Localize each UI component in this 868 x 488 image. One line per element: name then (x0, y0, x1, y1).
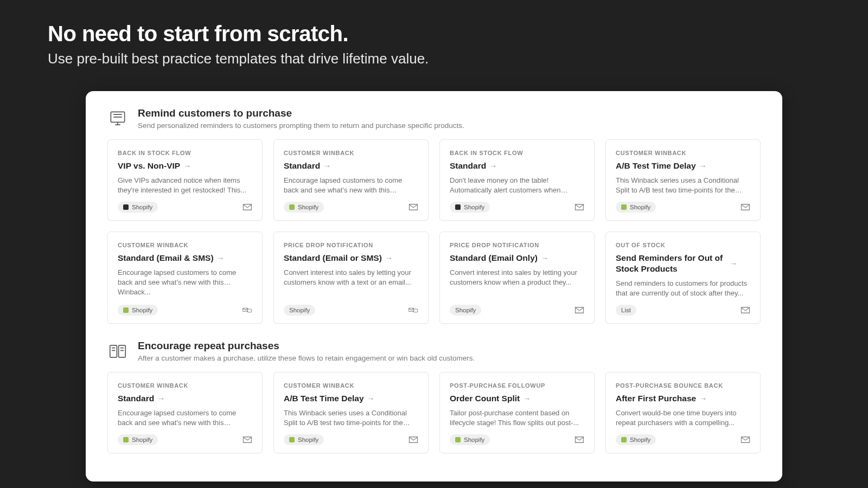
pill-label: Shopify (630, 204, 650, 210)
card-eyebrow: CUSTOMER WINBACK (284, 150, 418, 156)
card-title: Standard (Email Only) (450, 253, 538, 264)
channel-email-icon (409, 203, 418, 211)
card-eyebrow: BACK IN STOCK FLOW (450, 150, 584, 156)
svg-rect-6 (119, 345, 126, 357)
hero-title: No need to start from scratch. (48, 22, 820, 46)
template-card[interactable]: BACK IN STOCK FLOW VIP vs. Non-VIP → Giv… (107, 139, 263, 221)
arrow-right-icon: → (367, 395, 375, 402)
integration-pill: Shopify (450, 434, 490, 445)
svg-rect-3 (409, 308, 414, 311)
card-title: Standard (284, 160, 320, 171)
template-card[interactable]: PRICE DROP NOTIFICATION Standard (Email … (439, 232, 595, 324)
card-title: After First Purchase (616, 393, 696, 404)
card-desc: This Winback series uses a Conditional S… (284, 408, 418, 428)
integration-pill: List (616, 305, 636, 316)
shopify-green-icon (289, 204, 295, 210)
card-title: A/B Test Time Delay (616, 160, 696, 171)
arrow-right-icon: → (699, 395, 707, 402)
arrow-right-icon: → (730, 260, 737, 267)
channel-email-icon (242, 436, 252, 444)
arrow-right-icon: → (217, 254, 225, 262)
section-header-remind: Remind customers to purchase Send person… (86, 104, 782, 139)
integration-pill: Shopify (118, 305, 158, 316)
pill-label: Shopify (132, 307, 152, 313)
card-desc: Give VIPs advanced notice when items the… (118, 176, 252, 195)
section-title: Remind customers to purchase (138, 107, 464, 119)
svg-rect-4 (413, 309, 418, 312)
shopify-green-icon (621, 204, 627, 210)
hero-subtitle: Use pre-built best practice templates th… (48, 50, 820, 67)
card-eyebrow: BACK IN STOCK FLOW (118, 150, 252, 156)
shopify-dark-icon (455, 204, 461, 210)
channel-email-icon (741, 306, 750, 314)
shopify-green-icon (621, 437, 627, 442)
template-card[interactable]: CUSTOMER WINBACK A/B Test Time Delay → T… (605, 139, 761, 221)
arrow-right-icon: → (323, 162, 331, 170)
card-desc: Don't leave money on the table! Automati… (450, 176, 584, 195)
shopify-green-icon (123, 437, 129, 442)
integration-pill: Shopify (450, 305, 481, 316)
channel-email-icon (242, 203, 252, 211)
channel-email-icon (741, 436, 750, 444)
card-eyebrow: PRICE DROP NOTIFICATION (284, 242, 418, 248)
template-card[interactable]: POST-PURCHASE FOLLOWUP Order Count Split… (439, 372, 595, 453)
svg-rect-5 (110, 345, 117, 357)
channel-email-icon (575, 203, 584, 211)
integration-pill: Shopify (450, 202, 490, 213)
arrow-right-icon: → (541, 254, 548, 262)
card-title: Standard (450, 160, 486, 171)
template-card[interactable]: BACK IN STOCK FLOW Standard → Don't leav… (439, 139, 595, 221)
integration-pill: Shopify (616, 434, 656, 445)
pill-label: Shopify (298, 436, 318, 443)
integration-pill: Shopify (118, 202, 158, 213)
card-eyebrow: POST-PURCHASE FOLLOWUP (450, 382, 584, 389)
template-card[interactable]: CUSTOMER WINBACK Standard → Encourage la… (273, 139, 429, 221)
card-desc: Convert interest into sales by letting y… (284, 268, 418, 298)
arrow-right-icon: → (523, 395, 531, 402)
arrow-right-icon: → (385, 254, 393, 262)
integration-pill: Shopify (284, 202, 324, 213)
catalog-icon (107, 341, 128, 362)
card-title: Send Reminders for Out of Stock Products (616, 253, 724, 274)
channel-email-icon (575, 306, 584, 314)
template-card[interactable]: CUSTOMER WINBACK Standard (Email & SMS) … (107, 232, 263, 324)
template-card[interactable]: POST-PURCHASE BOUNCE BACK After First Pu… (605, 372, 761, 453)
channel-email-icon (409, 436, 418, 444)
card-grid-remind: BACK IN STOCK FLOW VIP vs. Non-VIP → Giv… (86, 139, 782, 337)
integration-pill: Shopify (118, 434, 158, 445)
shopify-green-icon (289, 437, 295, 442)
card-eyebrow: CUSTOMER WINBACK (284, 382, 418, 389)
card-grid-repeat: CUSTOMER WINBACK Standard → Encourage la… (86, 372, 782, 466)
section-title: Encourage repeat purchases (138, 340, 475, 352)
integration-pill: Shopify (284, 305, 315, 316)
card-eyebrow: CUSTOMER WINBACK (118, 242, 252, 248)
card-eyebrow: POST-PURCHASE BOUNCE BACK (616, 382, 750, 389)
pill-label: Shopify (298, 204, 318, 210)
card-desc: Convert would-be one time buyers into re… (616, 408, 750, 428)
arrow-right-icon: → (157, 395, 165, 402)
template-card[interactable]: CUSTOMER WINBACK Standard → Encourage la… (107, 372, 263, 453)
integration-pill: Shopify (284, 434, 324, 445)
channel-emailsms-icon (409, 306, 418, 314)
arrow-right-icon: → (489, 162, 497, 170)
card-title: VIP vs. Non-VIP (118, 160, 180, 171)
pill-label: Shopify (464, 436, 484, 443)
card-desc: Encourage lapsed customers to come back … (118, 408, 252, 428)
template-card[interactable]: PRICE DROP NOTIFICATION Standard (Email … (273, 232, 429, 324)
shopify-green-icon (455, 437, 461, 442)
arrow-right-icon: → (699, 162, 707, 170)
channel-emailsms-icon (242, 306, 252, 314)
card-title: Standard (118, 393, 154, 404)
card-title: A/B Test Time Delay (284, 393, 364, 404)
card-eyebrow: OUT OF STOCK (616, 242, 750, 248)
section-desc: Send personalized reminders to customers… (138, 121, 464, 130)
section-header-repeat: Encourage repeat purchases After a custo… (86, 337, 782, 372)
card-title: Standard (Email & SMS) (118, 253, 214, 264)
card-desc: Encourage lapsed customers to come back … (284, 176, 418, 195)
card-desc: Encourage lapsed customers to come back … (118, 268, 252, 298)
card-desc: Convert interest into sales by letting y… (450, 268, 584, 298)
template-card[interactable]: CUSTOMER WINBACK A/B Test Time Delay → T… (273, 372, 429, 453)
card-eyebrow: CUSTOMER WINBACK (118, 382, 252, 389)
channel-email-icon (741, 203, 750, 211)
template-card[interactable]: OUT OF STOCK Send Reminders for Out of S… (605, 232, 761, 324)
